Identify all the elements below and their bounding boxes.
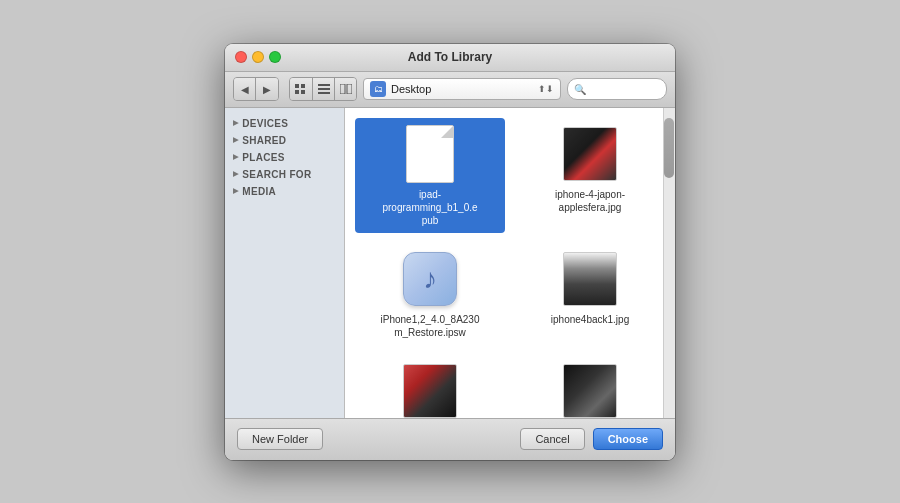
- cancel-button[interactable]: Cancel: [520, 428, 584, 450]
- svg-rect-0: [295, 84, 299, 88]
- window-title: Add To Library: [408, 50, 492, 64]
- toolbar: ◀ ▶ 🗂 Desktop ⬆⬇ 🔍: [225, 72, 675, 108]
- file-icon-iphone-front2: [560, 361, 620, 418]
- file-grid: ipad-programming_b1_0.epub iphone-4-japo…: [345, 108, 675, 418]
- file-item-iphone-front1[interactable]: iphone4front1.jpg: [355, 355, 505, 418]
- file-icon-iphone-front1: [400, 361, 460, 418]
- sidebar-item-devices[interactable]: ▶ DEVICES: [225, 116, 344, 131]
- search-icon: 🔍: [574, 84, 586, 95]
- svg-rect-2: [295, 90, 299, 94]
- choose-button[interactable]: Choose: [593, 428, 663, 450]
- file-label-iphone-back: iphone4back1.jpg: [551, 313, 629, 326]
- svg-rect-8: [347, 84, 352, 94]
- sidebar-group-search: ▶ SEARCH FOR: [225, 167, 344, 182]
- svg-rect-3: [301, 90, 305, 94]
- back-button[interactable]: ◀: [234, 78, 256, 100]
- forward-button[interactable]: ▶: [256, 78, 278, 100]
- sidebar-group-media: ▶ MEDIA: [225, 184, 344, 199]
- action-buttons: Cancel Choose: [520, 428, 663, 450]
- file-label-ipsw: iPhone1,2_4.0_8A230m_Restore.ipsw: [380, 313, 480, 339]
- column-view-button[interactable]: [334, 78, 356, 100]
- main-content: ▶ DEVICES ▶ SHARED ▶ PLACES ▶ SEAR: [225, 108, 675, 418]
- photo-thumbnail: [563, 127, 617, 181]
- location-icon: 🗂: [370, 81, 386, 97]
- sidebar-group-places: ▶ PLACES: [225, 150, 344, 165]
- close-button[interactable]: [235, 51, 247, 63]
- svg-rect-1: [301, 84, 305, 88]
- title-bar: Add To Library: [225, 44, 675, 72]
- music-note-icon: ♪: [423, 263, 437, 295]
- minimize-button[interactable]: [252, 51, 264, 63]
- file-item-iphone-japon[interactable]: iphone-4-japon-applesfera.jpg: [515, 118, 665, 233]
- file-icon-iphone-japon: [560, 124, 620, 184]
- file-item-iphone-back[interactable]: iphone4back1.jpg: [515, 243, 665, 345]
- sidebar-item-media[interactable]: ▶ MEDIA: [225, 184, 344, 199]
- sidebar-item-search-for[interactable]: ▶ SEARCH FOR: [225, 167, 344, 182]
- location-dropdown[interactable]: 🗂 Desktop ⬆⬇: [363, 78, 561, 100]
- view-buttons: [289, 77, 357, 101]
- chevron-right-icon: ▶: [233, 119, 238, 127]
- file-item-ipsw[interactable]: ♪ iPhone1,2_4.0_8A230m_Restore.ipsw: [355, 243, 505, 345]
- photo-thumbnail: [563, 364, 617, 418]
- file-icon-iphone-back: [560, 249, 620, 309]
- maximize-button[interactable]: [269, 51, 281, 63]
- dropdown-arrow-icon: ⬆⬇: [538, 84, 554, 94]
- file-dialog: Add To Library ◀ ▶ 🗂 Desktop ⬆⬇ 🔍: [225, 44, 675, 460]
- file-item-iphone-front2[interactable]: iphone4front2-1111.jpg: [515, 355, 665, 418]
- file-label-iphone-japon: iphone-4-japon-applesfera.jpg: [540, 188, 640, 214]
- file-icon-epub: [400, 124, 460, 184]
- sidebar-group-shared: ▶ SHARED: [225, 133, 344, 148]
- list-view-button[interactable]: [312, 78, 334, 100]
- sidebar-item-places[interactable]: ▶ PLACES: [225, 150, 344, 165]
- photo-thumbnail: [563, 252, 617, 306]
- svg-rect-7: [340, 84, 345, 94]
- chevron-right-icon: ▶: [233, 136, 238, 144]
- itunes-icon: ♪: [403, 252, 457, 306]
- scrollbar-thumb[interactable]: [664, 118, 674, 178]
- svg-rect-6: [318, 92, 330, 94]
- location-label: Desktop: [391, 83, 533, 95]
- icon-view-button[interactable]: [290, 78, 312, 100]
- traffic-lights: [235, 51, 281, 63]
- sidebar: ▶ DEVICES ▶ SHARED ▶ PLACES ▶ SEAR: [225, 108, 345, 418]
- file-item-epub[interactable]: ipad-programming_b1_0.epub: [355, 118, 505, 233]
- chevron-right-icon: ▶: [233, 153, 238, 161]
- scrollbar-track[interactable]: [663, 108, 675, 418]
- file-icon-ipsw: ♪: [400, 249, 460, 309]
- chevron-right-icon: ▶: [233, 170, 238, 178]
- svg-rect-4: [318, 84, 330, 86]
- search-box[interactable]: 🔍: [567, 78, 667, 100]
- sidebar-item-shared[interactable]: ▶ SHARED: [225, 133, 344, 148]
- file-label-epub: ipad-programming_b1_0.epub: [380, 188, 480, 227]
- chevron-right-icon: ▶: [233, 187, 238, 195]
- svg-rect-5: [318, 88, 330, 90]
- nav-buttons: ◀ ▶: [233, 77, 279, 101]
- sidebar-group-devices: ▶ DEVICES: [225, 116, 344, 131]
- bottom-bar: New Folder Cancel Choose: [225, 418, 675, 460]
- new-folder-button[interactable]: New Folder: [237, 428, 323, 450]
- photo-thumbnail: [403, 364, 457, 418]
- document-icon: [406, 125, 454, 183]
